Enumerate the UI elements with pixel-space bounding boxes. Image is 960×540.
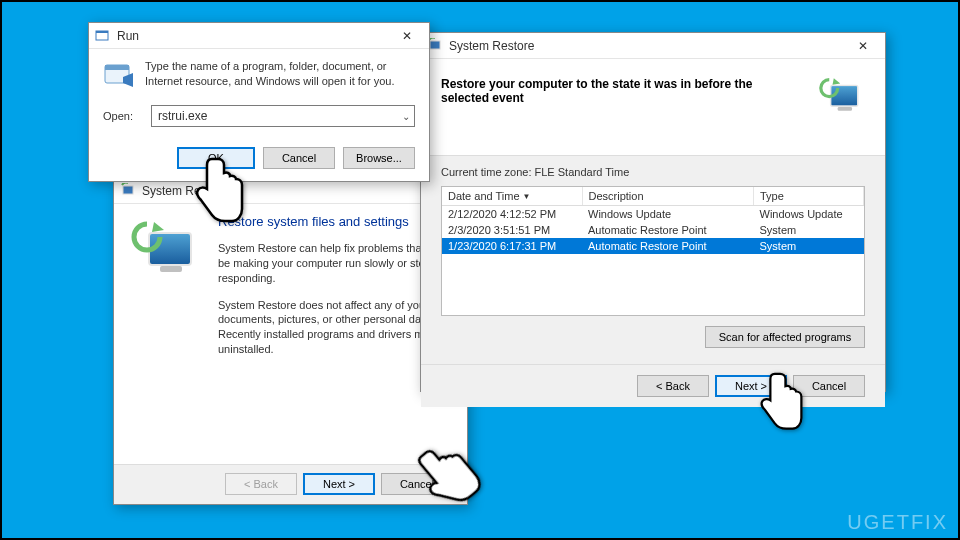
watermark: UGETFIX (847, 511, 948, 534)
svg-rect-0 (123, 186, 133, 194)
system-restore-points-window: System Restore ✕ Restore your computer t… (420, 32, 886, 392)
open-label: Open: (103, 110, 143, 122)
close-icon[interactable]: ✕ (391, 25, 423, 47)
points-heading: Restore your computer to the state it wa… (441, 77, 779, 105)
sort-desc-icon: ▼ (523, 192, 531, 201)
restore-points-table[interactable]: Date and Time ▼ Description Type 2/12/20… (441, 186, 865, 316)
window-title: System Restore (142, 184, 429, 198)
table-cell: Automatic Restore Point (582, 238, 754, 254)
system-restore-large-icon (130, 220, 202, 284)
table-cell: 1/23/2020 6:17:31 PM (442, 238, 582, 254)
svg-rect-7 (105, 65, 129, 70)
table-cell: Automatic Restore Point (582, 222, 754, 238)
run-large-icon (103, 59, 135, 93)
table-cell: Windows Update (754, 206, 864, 223)
table-cell: 2/12/2020 4:12:52 PM (442, 206, 582, 223)
svg-rect-2 (430, 41, 440, 49)
back-button: < Back (225, 473, 297, 495)
col-date[interactable]: Date and Time ▼ (442, 187, 582, 206)
table-cell: System (754, 222, 864, 238)
window-title: Run (117, 29, 391, 43)
table-row[interactable]: 2/3/2020 3:51:51 PMAutomatic Restore Poi… (442, 222, 864, 238)
cancel-button[interactable]: Cancel (793, 375, 865, 397)
table-row[interactable]: 2/12/2020 4:12:52 PMWindows UpdateWindow… (442, 206, 864, 223)
table-cell: Windows Update (582, 206, 754, 223)
run-icon (95, 28, 111, 44)
run-dialog: Run ✕ Type the name of a program, folder… (88, 22, 430, 182)
back-button[interactable]: < Back (637, 375, 709, 397)
browse-button[interactable]: Browse... (343, 147, 415, 169)
points-footer: < Back Next > Cancel (421, 364, 885, 407)
wizard-footer: < Back Next > Cancel (114, 464, 467, 503)
wizard-content: Restore system files and settings System… (114, 204, 467, 464)
timezone-label: Current time zone: FLE Standard Time (441, 166, 865, 178)
open-input[interactable]: rstrui.exe ⌄ (151, 105, 415, 127)
points-header: Restore your computer to the state it wa… (421, 59, 885, 156)
open-value: rstrui.exe (158, 109, 207, 123)
scan-affected-button[interactable]: Scan for affected programs (705, 326, 865, 348)
table-row-empty (442, 286, 864, 302)
col-type[interactable]: Type (754, 187, 864, 206)
cancel-button[interactable]: Cancel (381, 473, 453, 495)
svg-rect-5 (96, 31, 108, 33)
table-row-empty (442, 302, 864, 316)
window-title: System Restore (449, 39, 847, 53)
run-description: Type the name of a program, folder, docu… (145, 59, 415, 89)
titlebar[interactable]: Run ✕ (89, 23, 429, 49)
svg-marker-3 (833, 78, 841, 85)
table-cell: 2/3/2020 3:51:51 PM (442, 222, 582, 238)
next-button[interactable]: Next > (303, 473, 375, 495)
table-row-empty (442, 270, 864, 286)
system-restore-icon (120, 183, 136, 199)
table-row[interactable]: 1/23/2020 6:17:31 PMAutomatic Restore Po… (442, 238, 864, 254)
ok-button[interactable]: OK (177, 147, 255, 169)
close-icon[interactable]: ✕ (847, 35, 879, 57)
titlebar[interactable]: System Restore ✕ (421, 33, 885, 59)
table-row-empty (442, 254, 864, 270)
system-restore-wizard-window: System Restore ✕ Restore system files an… (113, 177, 468, 505)
system-restore-large-icon (818, 77, 865, 119)
chevron-down-icon[interactable]: ⌄ (402, 111, 410, 122)
svg-marker-1 (152, 222, 164, 232)
table-cell: System (754, 238, 864, 254)
next-button[interactable]: Next > (715, 375, 787, 397)
col-desc[interactable]: Description (582, 187, 754, 206)
cancel-button[interactable]: Cancel (263, 147, 335, 169)
